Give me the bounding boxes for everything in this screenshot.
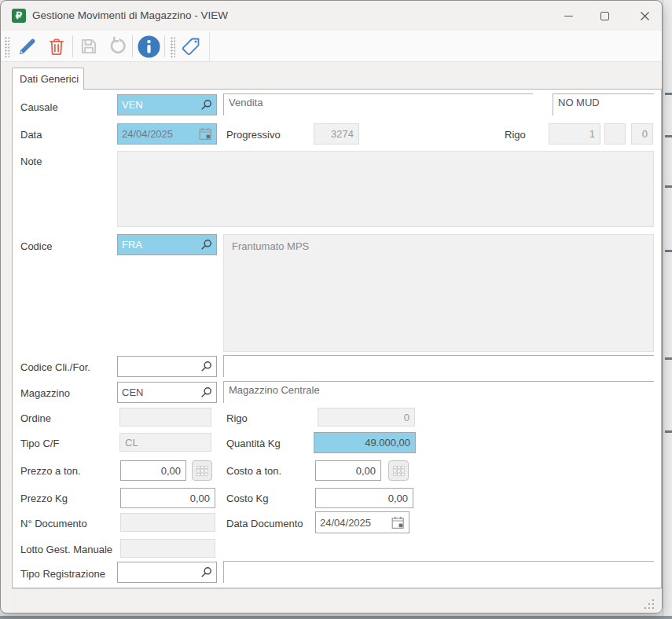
data-documento-field[interactable]: 24/04/2025: [315, 511, 409, 533]
rigo-ordine-field: 0: [318, 408, 415, 427]
costo-kg-value: 0,00: [388, 493, 408, 504]
tipo-registrazione-description-field: [223, 561, 654, 583]
data-documento-label: Data Documento: [226, 518, 303, 529]
prezzo-kg-value: 0,00: [190, 493, 210, 504]
toolbar-separator: [164, 35, 165, 57]
codice-code-field[interactable]: FRA: [117, 234, 217, 255]
magazzino-description-value: Magazzino Centrale: [229, 384, 320, 396]
tipo-cf-label: Tipo C/F: [20, 438, 59, 449]
search-icon[interactable]: [200, 99, 212, 111]
status-bar: [12, 588, 662, 614]
data-label: Data: [20, 129, 42, 141]
causale-description-value: Vendita: [229, 97, 263, 108]
close-icon: [640, 11, 650, 21]
costo-kg-label: Costo Kg: [226, 493, 268, 504]
causale-code-value: VEN: [122, 99, 143, 111]
rigo-sub-field: 0: [631, 123, 653, 145]
codice-description-value: Frantumato MPS: [232, 240, 309, 252]
delete-button[interactable]: [44, 34, 69, 59]
magazzino-code-field[interactable]: CEN: [117, 382, 217, 403]
prezzo-ton-field[interactable]: 0,00: [120, 460, 186, 481]
note-textarea: [117, 151, 654, 227]
causale-label: Causale: [20, 101, 58, 113]
toolbar-grip[interactable]: [5, 37, 9, 57]
quantita-kg-label: Quantità Kg: [226, 438, 281, 449]
rigo-testata-label: Rigo: [505, 129, 526, 141]
codice-label: Codice: [20, 240, 52, 252]
magazzino-description-field: Magazzino Centrale: [223, 381, 654, 403]
causale-code-field[interactable]: VEN: [117, 94, 217, 115]
codice-cli-for-field[interactable]: [117, 356, 217, 377]
quantita-kg-field[interactable]: 49.000,00: [314, 432, 416, 453]
magazzino-code-value: CEN: [122, 386, 143, 398]
close-button[interactable]: [627, 1, 662, 31]
costo-kg-field[interactable]: 0,00: [315, 488, 413, 508]
codice-cli-for-label: Codice Cli./For.: [20, 361, 90, 373]
info-button[interactable]: [136, 34, 161, 59]
rigo-extra-field: [604, 123, 626, 145]
progressivo-label: Progressivo: [226, 129, 281, 141]
tipo-cf-value: CL: [125, 437, 138, 449]
causale-description-field: Vendita: [223, 93, 533, 115]
minimize-button[interactable]: [551, 1, 586, 31]
prezzo-ton-label: Prezzo a ton.: [20, 465, 81, 477]
costo-ton-value: 0,00: [356, 465, 376, 477]
maximize-icon: [600, 12, 609, 20]
background-window-fragment: [665, 357, 672, 360]
maximize-button[interactable]: [587, 1, 622, 31]
calculator-icon: [393, 466, 405, 476]
costo-ton-field[interactable]: 0,00: [315, 460, 381, 481]
tab-label: Dati Generici: [20, 73, 79, 85]
no-mud-field: NO MUD: [553, 93, 654, 115]
search-icon[interactable]: [200, 386, 212, 398]
tag-button[interactable]: [178, 34, 204, 59]
note-label: Note: [20, 156, 42, 167]
minimize-icon: [564, 16, 573, 16]
toolbar-grip[interactable]: [171, 37, 175, 57]
background-window-fragment: [665, 135, 672, 137]
tipo-cf-field: CL: [119, 433, 211, 452]
save-icon: [79, 36, 99, 57]
costo-ton-label: Costo a ton.: [226, 465, 281, 477]
codice-description-area: Frantumato MPS: [223, 234, 654, 352]
calendar-icon[interactable]: [199, 127, 212, 141]
tipo-registrazione-label: Tipo Registrazione: [20, 568, 105, 580]
data-field[interactable]: 24/04/2025: [117, 123, 217, 145]
costo-ton-calc-button[interactable]: [388, 460, 409, 481]
window-title: Gestione Movimenti di Magazzino - VIEW: [32, 9, 228, 21]
tipo-registrazione-field[interactable]: [117, 562, 217, 583]
prezzo-kg-field[interactable]: 0,00: [120, 488, 215, 508]
edit-icon: [17, 36, 38, 57]
tag-icon: [180, 35, 202, 57]
n-documento-label: N° Documento: [20, 518, 87, 529]
ordine-label: Ordine: [20, 412, 51, 424]
calendar-icon[interactable]: [391, 516, 405, 529]
search-icon[interactable]: [200, 566, 212, 578]
rigo-ordine-label: Rigo: [226, 412, 248, 424]
prezzo-kg-label: Prezzo Kg: [20, 493, 68, 504]
search-icon[interactable]: [200, 361, 212, 372]
toolbar-separator: [132, 35, 133, 57]
background-window-fragment: [665, 185, 672, 188]
prezzo-ton-calc-button[interactable]: [192, 460, 212, 481]
background-window-fragment: [665, 250, 672, 252]
quantita-kg-value: 49.000,00: [365, 437, 410, 449]
data-documento-value: 24/04/2025: [320, 517, 371, 529]
window-gestione-movimenti: ₽ Gestione Movimenti di Magazzino - VIEW: [0, 0, 663, 614]
delete-icon: [46, 36, 67, 57]
toolbar-edge: [209, 32, 210, 61]
codice-cli-for-description-field: [223, 355, 654, 377]
resize-grip[interactable]: [644, 599, 654, 610]
undo-button[interactable]: [105, 34, 130, 59]
save-button[interactable]: [76, 34, 101, 59]
edit-button[interactable]: [15, 34, 40, 59]
codice-code-value: FRA: [122, 239, 142, 251]
search-icon[interactable]: [200, 239, 212, 251]
progressivo-field: 3274: [314, 123, 359, 145]
rigo-testata-field: 1: [549, 123, 600, 145]
rigo-testata-value: 1: [589, 128, 595, 140]
calculator-icon: [196, 466, 208, 476]
tab-dati-generici[interactable]: Dati Generici: [12, 68, 84, 90]
titlebar[interactable]: ₽ Gestione Movimenti di Magazzino - VIEW: [1, 1, 662, 31]
lotto-gest-manuale-field: [120, 539, 215, 558]
